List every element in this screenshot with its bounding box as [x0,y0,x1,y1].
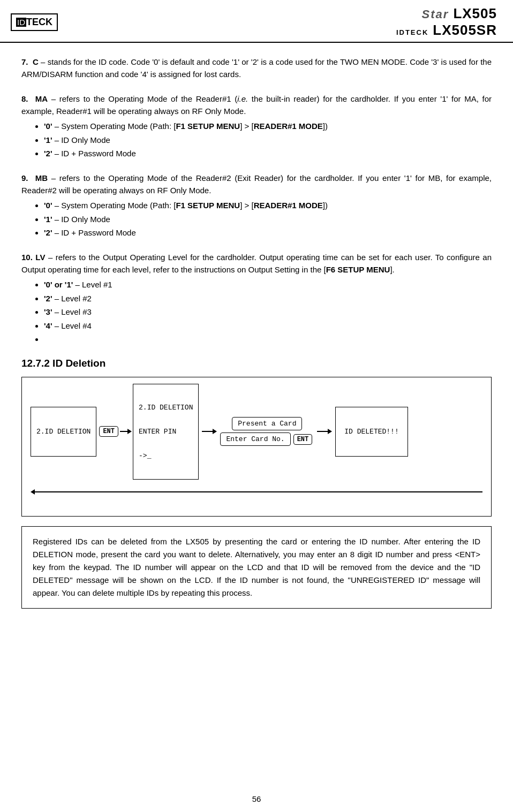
item-7-number: 7. [21,57,28,66]
arrow-3 [317,429,332,434]
bullet-item: '2' – ID + Password Mode [44,227,492,239]
item-8-text: 8. MA – refers to the Operating Mode of … [21,93,492,118]
logo-id: ID [16,18,26,27]
item-9-text: 9. MB – refers to the Operating Mode of … [21,172,492,197]
return-arrow-head [31,489,35,495]
bullet-item: '4' – Level #4 [44,320,492,332]
item-9-label: MB [35,173,48,183]
diagram-container: 2.ID DELETION ENT 2.ID DELETION ENTER PI… [21,377,492,517]
item-7-dash: – [41,57,45,66]
item-10-label: LV [35,253,45,262]
item-10-number: 10. [21,253,33,262]
return-arrow [31,489,482,495]
logo-teck: TECK [26,17,52,28]
brand-model-lx505: LX505 [453,5,497,22]
main-content: 7. C – stands for the ID code. Code '0' … [0,43,513,625]
item-8-number: 8. [21,94,28,103]
item-9-body: refers to the Operating Mode of the Read… [21,173,492,195]
return-arrow-line [35,491,482,492]
bullet-item: '1' – ID Only Mode [44,134,492,147]
bullet-item: '1' – ID Only Mode [44,214,492,226]
brand-model-lx505sr: LX505SR [433,22,497,39]
enter-card-row: Enter Card No. ENT [220,432,314,446]
bullet-item-empty [44,333,492,346]
bullet-item: '0' – System Operating Mode (Path: [F1 S… [44,200,492,212]
item-7: 7. C – stands for the ID code. Code '0' … [21,56,492,81]
brand-idteck-sub: IDTECK [396,28,428,36]
bullet-item: '2' – Level #2 [44,293,492,305]
item-9-bullets: '0' – System Operating Mode (Path: [F1 S… [44,200,492,239]
item-9-dash: – [51,173,56,183]
item-10: 10. LV – refers to the Output Operating … [21,251,492,346]
return-arrow-container [31,480,482,495]
item-7-label: C [33,57,39,66]
info-text: Registered IDs can be deleted from the L… [33,535,480,599]
item-8: 8. MA – refers to the Operating Mode of … [21,93,492,160]
present-card-box: Present a Card [232,417,302,430]
item-8-label: MA [35,94,48,103]
brand-star: Star [422,7,449,21]
diagram-box-1: 2.ID DELETION [31,407,96,457]
item-7-body: stands for the ID code. Code '0' is defa… [21,57,492,79]
enter-card-box: Enter Card No. [220,432,290,446]
box2-line3: ->_ [139,452,193,460]
diagram-wrapper: 2.ID DELETION ENT 2.ID DELETION ENTER PI… [31,384,482,495]
brand-name: Star LX505 IDTECK LX505SR [396,5,497,39]
info-box: Registered IDs can be deleted from the L… [21,526,492,609]
item-10-body: refers to the Output Operating Level for… [21,253,492,274]
box1-line1: 2.ID DELETION [36,428,90,436]
item-8-dash: – [51,94,56,103]
diagram-stacked: Present a Card Enter Card No. ENT [220,417,314,446]
item-9: 9. MB – refers to the Operating Mode of … [21,172,492,239]
bullet-item: '3' – Level #3 [44,306,492,318]
ent-button-2[interactable]: ENT [293,434,313,445]
diagram-inner: 2.ID DELETION ENT 2.ID DELETION ENTER PI… [31,384,482,480]
box2-line1: 2.ID DELETION [139,404,193,412]
page-header: IDTECK Star LX505 IDTECK LX505SR [0,0,513,43]
logo-box: IDTECK [11,13,58,31]
box2-line2: ENTER PIN [139,428,193,436]
arrow-2 [202,429,217,434]
item-10-dash: – [48,253,52,262]
diagram-box-2: 2.ID DELETION ENTER PIN ->_ [133,384,199,480]
bullet-item: '0' – System Operating Mode (Path: [F1 S… [44,120,492,133]
item-8-body: refers to the Operating Mode of the Read… [21,94,492,116]
item-9-number: 9. [21,173,28,183]
page-number: 56 [252,794,261,803]
item-8-bullets: '0' – System Operating Mode (Path: [F1 S… [44,120,492,160]
item-7-text: 7. C – stands for the ID code. Code '0' … [21,56,492,81]
section-heading-12-7-2: 12.7.2 ID Deletion [21,358,492,369]
ent-button-1[interactable]: ENT [99,426,118,437]
item-10-bullets: '0' or '1' – Level #1 '2' – Level #2 '3'… [44,279,492,346]
arrow-ent-1: ENT [97,426,132,437]
page-footer: 56 [0,794,513,803]
bullet-item: '2' – ID + Password Mode [44,148,492,160]
bullet-item: '0' or '1' – Level #1 [44,279,492,291]
id-deleted-text: ID DELETED!!! [344,428,398,436]
item-10-text: 10. LV – refers to the Output Operating … [21,251,492,276]
diagram-box-id-deleted: ID DELETED!!! [335,407,408,457]
